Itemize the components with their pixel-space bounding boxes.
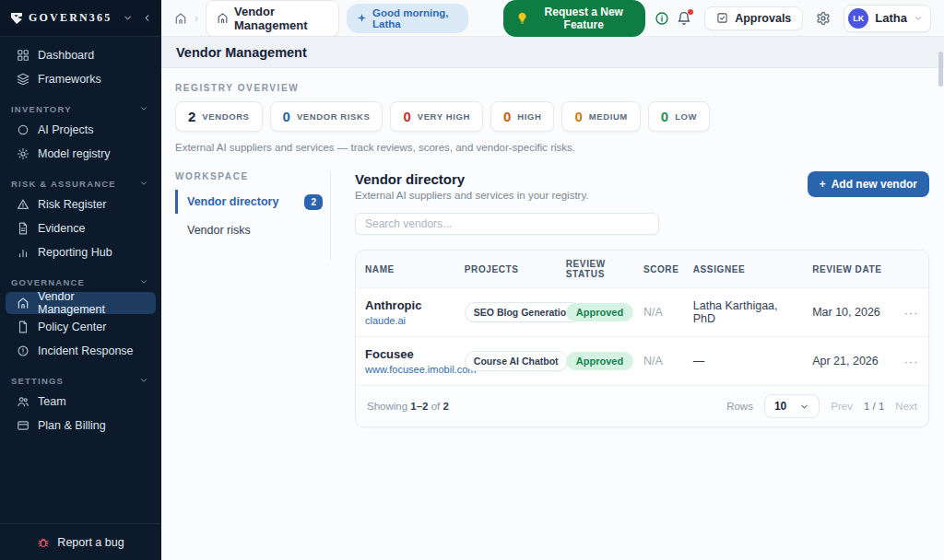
user-menu[interactable]: LK Latha <box>844 5 931 32</box>
search-vendors-input[interactable] <box>355 213 659 235</box>
stat-label: VERY HIGH <box>418 111 470 122</box>
sidebar-item-label: Policy Center <box>38 321 106 333</box>
add-new-vendor-label: Add new vendor <box>832 178 917 191</box>
grid-icon <box>17 49 30 62</box>
org-switcher-chevron-icon[interactable] <box>123 13 133 23</box>
sidebar-item-risk-register[interactable]: Risk Register <box>6 193 156 216</box>
approvals-button[interactable]: Approvals <box>704 6 803 30</box>
prev-page-button[interactable]: Prev <box>831 401 853 412</box>
sidebar-item-dashboard[interactable]: Dashboard <box>6 44 156 66</box>
showing-total: 2 <box>443 401 449 412</box>
greeting-label: Good morning, Latha <box>372 7 458 29</box>
table-header-row: NAME PROJECTS REVIEW STATUS SCORE ASSIGN… <box>356 251 928 288</box>
stat-label: HIGH <box>517 111 541 122</box>
vendor-name: Focusee <box>365 347 446 361</box>
bar-chart-icon <box>17 246 30 259</box>
app-logo-text: GOVERN365 <box>29 11 112 25</box>
stat-low: 0 LOW <box>648 101 710 132</box>
sidebar-section-settings[interactable]: SETTINGS <box>0 370 161 391</box>
home-icon <box>217 12 229 24</box>
users-icon <box>17 395 30 408</box>
stat-value: 0 <box>503 109 511 124</box>
chevron-down-icon <box>139 179 148 188</box>
notifications-bell-icon[interactable] <box>677 11 691 26</box>
stat-value: 0 <box>661 109 668 124</box>
row-actions-menu[interactable]: ··· <box>903 355 919 368</box>
rows-per-page-select[interactable]: 10 <box>764 394 820 418</box>
add-new-vendor-button[interactable]: + Add new vendor <box>808 171 929 197</box>
vendor-table: NAME PROJECTS REVIEW STATUS SCORE ASSIGN… <box>356 251 928 386</box>
sidebar-collapse-icon[interactable] <box>142 13 152 23</box>
sidebar-item-label: Evidence <box>38 222 85 235</box>
row-actions-menu[interactable]: ··· <box>903 306 919 320</box>
sidebar-item-model-registry[interactable]: Model registry <box>6 143 156 165</box>
vendor-directory-panel: Vendor directory External AI suppliers a… <box>355 171 929 427</box>
stat-value: 0 <box>574 109 582 124</box>
registry-overview-description: External AI suppliers and services — tra… <box>175 142 929 153</box>
sidebar-item-label: Incident Response <box>38 344 134 357</box>
tab-label: Vendor directory <box>187 195 278 208</box>
sidebar-item-plan-billing[interactable]: Plan & Billing <box>6 414 156 437</box>
sidebar-item-vendor-management[interactable]: Vendor Management <box>6 292 156 314</box>
settings-gear-icon[interactable] <box>816 11 831 26</box>
sidebar-item-team[interactable]: Team <box>6 391 156 413</box>
stat-label: LOW <box>675 111 697 122</box>
project-pill: SEO Blog Generation <box>465 302 582 322</box>
page-title: Vendor Management <box>176 45 307 60</box>
status-badge: Approved <box>566 303 633 321</box>
tab-vendor-risks[interactable]: Vendor risks <box>175 218 323 242</box>
topbar-actions: Approvals LK Latha <box>677 5 931 32</box>
chevron-down-icon <box>139 104 148 113</box>
request-feature-button[interactable]: Request a New Feature <box>503 0 645 37</box>
breadcrumb-current-label: Vendor Management <box>234 5 328 32</box>
circle-icon <box>17 123 30 136</box>
chevron-down-icon <box>914 14 923 23</box>
sidebar-item-label: Risk Register <box>38 198 106 211</box>
sidebar-section-risk-assurance[interactable]: RISK & ASSURANCE <box>0 173 161 193</box>
pagination: Rows 10 Prev 1 / 1 Next <box>726 394 917 418</box>
report-bug-button[interactable]: Report a bug <box>0 523 161 560</box>
sidebar-item-incident-response[interactable]: Incident Response <box>6 340 156 362</box>
info-icon[interactable] <box>655 11 669 26</box>
workspace-row: WORKSPACE Vendor directory 2 Vendor risk… <box>175 171 929 427</box>
stat-vendors: 2 VENDORS <box>175 101 263 132</box>
breadcrumb-home-icon[interactable] <box>174 12 187 25</box>
stat-label: VENDORS <box>202 111 249 122</box>
sidebar-item-policy-center[interactable]: Policy Center <box>6 316 156 338</box>
scrollbar-thumb[interactable] <box>938 52 943 87</box>
review-date-value: Mar 10, 2026 <box>812 306 880 319</box>
stat-label: MEDIUM <box>589 111 628 122</box>
section-title: RISK & ASSURANCE <box>11 179 116 189</box>
rows-per-page-value: 10 <box>774 400 786 413</box>
sidebar-item-label: AI Projects <box>38 123 93 136</box>
lightbulb-icon <box>516 12 528 24</box>
sidebar-section-governance[interactable]: GOVERNANCE <box>0 272 161 292</box>
sidebar-item-evidence[interactable]: Evidence <box>6 217 156 239</box>
request-feature-label: Request a New Feature <box>535 6 632 31</box>
vendor-link[interactable]: claude.ai <box>365 315 446 326</box>
plus-icon: + <box>820 178 826 191</box>
sidebar-item-label: Dashboard <box>38 49 94 62</box>
stat-very-high: 0 VERY HIGH <box>390 101 482 132</box>
page-indicator: 1 / 1 <box>864 401 884 412</box>
logo-row: GOVERN365 <box>0 0 161 37</box>
sidebar-section-inventory[interactable]: INVENTORY <box>0 99 161 119</box>
breadcrumb-separator: › <box>195 12 198 25</box>
next-page-button[interactable]: Next <box>895 401 917 412</box>
sidebar-item-ai-projects[interactable]: AI Projects <box>6 119 156 141</box>
sidebar-item-frameworks[interactable]: Frameworks <box>6 68 156 90</box>
page-title-bar: Vendor Management <box>161 37 944 68</box>
table-row: Focusee www.focusee.imobil.com Course AI… <box>356 337 928 386</box>
breadcrumb-current-pill[interactable]: Vendor Management <box>206 0 339 37</box>
vendor-link[interactable]: www.focusee.imobil.com <box>365 364 446 375</box>
tab-vendor-directory[interactable]: Vendor directory 2 <box>175 190 323 214</box>
check-square-icon <box>716 12 728 24</box>
content: REGISTRY OVERVIEW 2 VENDORS 0 VENDOR RIS… <box>161 68 944 560</box>
sidebar-item-reporting-hub[interactable]: Reporting Hub <box>6 241 156 263</box>
sidebar-item-label: Frameworks <box>38 73 101 86</box>
stat-value: 0 <box>283 109 290 124</box>
chevron-down-icon <box>799 402 809 412</box>
greeting-badge: Good morning, Latha <box>347 4 468 33</box>
section-title: SETTINGS <box>11 376 64 386</box>
rows-label: Rows <box>726 401 753 412</box>
